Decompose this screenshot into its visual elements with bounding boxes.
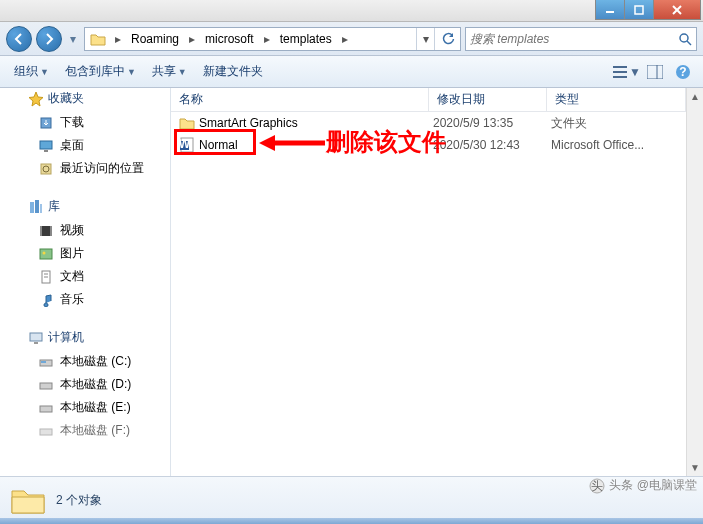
svg-rect-30	[34, 342, 38, 344]
include-in-library-menu[interactable]: 包含到库中▼	[57, 59, 144, 84]
svg-rect-14	[40, 141, 52, 149]
nav-forward-button[interactable]	[36, 26, 62, 52]
breadcrumb-segment[interactable]: templates	[274, 28, 338, 50]
computer-label: 计算机	[48, 329, 84, 346]
libraries-icon	[28, 199, 44, 215]
preview-pane-button[interactable]	[641, 60, 669, 84]
svg-rect-22	[40, 226, 42, 236]
sidebar-item-label: 本地磁盘 (F:)	[60, 422, 130, 439]
documents-icon	[38, 269, 54, 285]
downloads-icon	[38, 115, 54, 131]
sidebar-item-documents[interactable]: 文档	[0, 265, 170, 288]
column-header-name[interactable]: 名称	[171, 88, 429, 111]
sidebar-item-recent[interactable]: 最近访问的位置	[0, 157, 170, 180]
column-header-date[interactable]: 修改日期	[429, 88, 547, 111]
desktop-icon	[38, 138, 54, 154]
sidebar-item-label: 下载	[60, 114, 84, 131]
address-dropdown[interactable]: ▾	[416, 28, 434, 50]
file-type: 文件夹	[547, 115, 686, 132]
new-folder-label: 新建文件夹	[203, 63, 263, 80]
favorites-label: 收藏夹	[48, 90, 84, 107]
organize-menu[interactable]: 组织▼	[6, 59, 57, 84]
minimize-button[interactable]	[595, 0, 625, 20]
file-date: 2020/5/30 12:43	[429, 138, 547, 152]
svg-rect-35	[40, 429, 52, 435]
svg-rect-20	[40, 204, 42, 213]
sidebar-item-music[interactable]: 音乐	[0, 288, 170, 311]
svg-line-5	[687, 41, 691, 45]
svg-rect-1	[635, 6, 643, 14]
nav-back-button[interactable]	[6, 26, 32, 52]
svg-point-25	[43, 251, 46, 254]
sidebar-group-libraries[interactable]: 库	[0, 194, 170, 219]
organize-label: 组织	[14, 63, 38, 80]
file-name: Normal	[199, 138, 238, 152]
svg-rect-15	[44, 150, 48, 152]
include-label: 包含到库中	[65, 63, 125, 80]
sidebar-item-label: 桌面	[60, 137, 84, 154]
scroll-up-icon[interactable]: ▲	[687, 88, 703, 105]
chevron-right-icon[interactable]: ▸	[338, 32, 352, 46]
sidebar-item-downloads[interactable]: 下载	[0, 111, 170, 134]
svg-rect-7	[613, 71, 627, 73]
svg-text:W: W	[179, 137, 191, 151]
breadcrumb-segment[interactable]: Roaming	[125, 28, 185, 50]
window-frame-bottom	[0, 518, 703, 524]
svg-rect-9	[647, 65, 663, 79]
window-controls	[596, 0, 701, 20]
sidebar-item-label: 最近访问的位置	[60, 160, 144, 177]
sidebar-group-computer[interactable]: 计算机	[0, 325, 170, 350]
refresh-button[interactable]	[434, 28, 460, 50]
svg-rect-32	[41, 361, 46, 363]
svg-rect-33	[40, 383, 52, 389]
maximize-button[interactable]	[624, 0, 654, 20]
sidebar-item-pictures[interactable]: 图片	[0, 242, 170, 265]
sidebar-item-label: 本地磁盘 (C:)	[60, 353, 131, 370]
file-date: 2020/5/9 13:35	[429, 116, 547, 130]
sidebar-item-videos[interactable]: 视频	[0, 219, 170, 242]
libraries-label: 库	[48, 198, 60, 215]
address-bar[interactable]: ▸ Roaming ▸ microsoft ▸ templates ▸ ▾	[84, 27, 461, 51]
search-box[interactable]	[465, 27, 697, 51]
folder-icon	[179, 115, 195, 131]
scroll-down-icon[interactable]: ▼	[687, 459, 703, 476]
view-options-button[interactable]: ▼	[613, 60, 641, 84]
file-type: Microsoft Office...	[547, 138, 686, 152]
sidebar-item-drive-d[interactable]: 本地磁盘 (D:)	[0, 373, 170, 396]
breadcrumb-segment[interactable]: microsoft	[199, 28, 260, 50]
toolbar: 组织▼ 包含到库中▼ 共享▼ 新建文件夹 ▼ ?	[0, 56, 703, 88]
share-menu[interactable]: 共享▼	[144, 59, 195, 84]
svg-rect-8	[613, 76, 627, 78]
pictures-icon	[38, 246, 54, 262]
column-header-type[interactable]: 类型	[547, 88, 686, 111]
svg-rect-6	[613, 66, 627, 68]
sidebar-item-label: 本地磁盘 (D:)	[60, 376, 131, 393]
sidebar-item-label: 本地磁盘 (E:)	[60, 399, 131, 416]
sidebar-item-label: 文档	[60, 268, 84, 285]
sidebar-item-drive-f[interactable]: 本地磁盘 (F:)	[0, 419, 170, 442]
search-input[interactable]	[470, 32, 678, 46]
sidebar-item-desktop[interactable]: 桌面	[0, 134, 170, 157]
chevron-right-icon[interactable]: ▸	[185, 32, 199, 46]
svg-rect-29	[30, 333, 42, 341]
file-name: SmartArt Graphics	[199, 116, 298, 130]
sidebar-item-drive-c[interactable]: 本地磁盘 (C:)	[0, 350, 170, 373]
sidebar-group-favorites[interactable]: 收藏夹	[0, 88, 170, 111]
svg-rect-34	[40, 406, 52, 412]
sidebar-item-drive-e[interactable]: 本地磁盘 (E:)	[0, 396, 170, 419]
sidebar-item-label: 视频	[60, 222, 84, 239]
search-icon[interactable]	[678, 32, 692, 46]
star-icon	[28, 91, 44, 107]
chevron-right-icon[interactable]: ▸	[260, 32, 274, 46]
nav-history-dropdown[interactable]: ▾	[66, 28, 80, 50]
drive-icon	[38, 423, 54, 439]
watermark-text: @电脑课堂	[637, 477, 697, 494]
chevron-right-icon[interactable]: ▸	[111, 32, 125, 46]
watermark: 头 头条 @电脑课堂	[589, 477, 697, 494]
close-button[interactable]	[653, 0, 701, 20]
drive-icon	[38, 354, 54, 370]
new-folder-button[interactable]: 新建文件夹	[195, 59, 271, 84]
help-button[interactable]: ?	[669, 60, 697, 84]
vertical-scrollbar[interactable]: ▲ ▼	[686, 88, 703, 476]
column-headers: 名称 修改日期 类型	[171, 88, 686, 112]
